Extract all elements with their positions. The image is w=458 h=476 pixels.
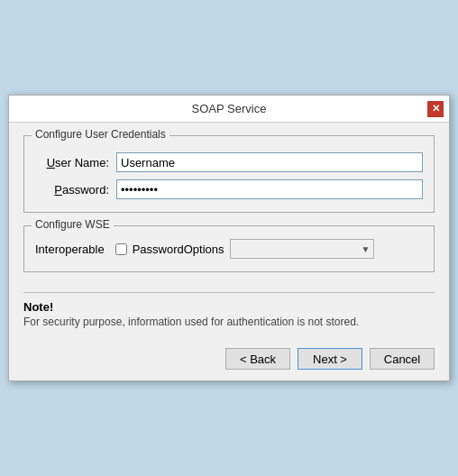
cancel-button[interactable]: Cancel — [370, 348, 435, 370]
interoperable-label: Interoperable — [35, 243, 105, 256]
button-row: < Back Next > Cancel — [9, 341, 449, 380]
username-input[interactable] — [116, 152, 423, 172]
password-options-dropdown-wrapper: ▼ — [230, 239, 374, 259]
next-button[interactable]: Next > — [298, 348, 362, 370]
note-area: Note! For security purpose, information … — [23, 292, 435, 328]
credentials-legend: Configure User Credentials — [32, 128, 169, 141]
username-label: User Name: — [35, 156, 109, 169]
password-row: Password: — [35, 179, 423, 199]
credentials-group: Configure User Credentials User Name: Pa… — [23, 135, 435, 213]
soap-service-window: SOAP Service ✕ Configure User Credential… — [8, 95, 450, 381]
username-row: User Name: — [35, 152, 423, 172]
back-button[interactable]: < Back — [225, 348, 290, 370]
note-title: Note! — [23, 300, 435, 314]
window-content: Configure User Credentials User Name: Pa… — [9, 123, 449, 341]
interoperable-checkbox[interactable] — [115, 243, 127, 255]
close-button[interactable]: ✕ — [427, 101, 444, 117]
title-bar: SOAP Service ✕ — [9, 96, 449, 123]
wse-row: Interoperable PasswordOptions ▼ — [35, 239, 423, 259]
password-label: Password: — [35, 183, 109, 197]
note-text: For security purpose, information used f… — [23, 316, 435, 328]
window-title: SOAP Service — [31, 102, 427, 115]
wse-legend: Configure WSE — [32, 218, 114, 231]
password-input[interactable] — [116, 179, 423, 199]
wse-group: Configure WSE Interoperable PasswordOpti… — [23, 225, 435, 272]
password-options-dropdown[interactable] — [230, 239, 374, 259]
password-options-label: PasswordOptions — [133, 243, 224, 256]
